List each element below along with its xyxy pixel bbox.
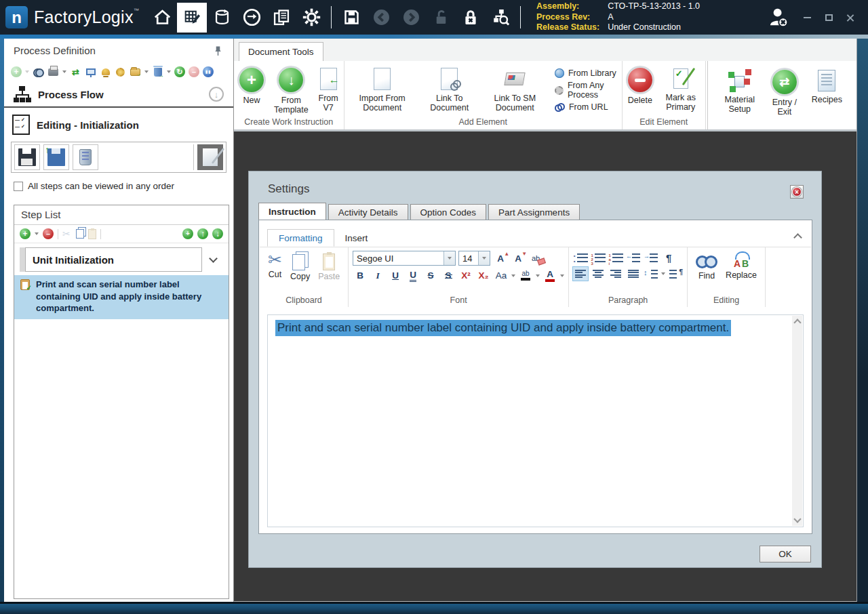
combo-arrow-icon[interactable] <box>478 251 490 265</box>
maximize-button[interactable] <box>819 9 838 26</box>
change-case-button[interactable]: Aa <box>494 268 509 283</box>
print-dropdown-icon[interactable] <box>62 70 66 73</box>
pilcrow-icon[interactable]: ¶ <box>661 251 676 264</box>
shrink-font-button[interactable]: A <box>511 251 526 266</box>
change-case-dropdown-icon[interactable] <box>511 274 515 277</box>
move-up-icon[interactable] <box>197 228 208 239</box>
step-instruction-item[interactable]: Print and scan serial number label conta… <box>14 275 229 319</box>
font-color-button[interactable]: A <box>542 268 557 283</box>
save-step-button[interactable] <box>14 144 40 170</box>
edit-mode-button[interactable] <box>197 144 223 170</box>
cut-button[interactable]: Cut <box>264 250 285 283</box>
replace-button[interactable]: ABReplace <box>722 250 760 282</box>
scroll-up-icon[interactable] <box>793 319 801 326</box>
strikethrough-button[interactable]: S <box>423 268 438 283</box>
process-audit-icon[interactable] <box>486 3 515 33</box>
sync-icon[interactable]: ⇄ <box>70 66 81 78</box>
save-icon[interactable] <box>336 3 366 33</box>
scroll-down-icon[interactable] <box>793 515 801 523</box>
double-strikethrough-button[interactable]: S <box>441 268 456 283</box>
zoom-step-icon[interactable] <box>182 228 193 239</box>
grow-font-button[interactable]: A <box>493 251 508 266</box>
bell-icon[interactable] <box>100 66 111 78</box>
recycle-icon[interactable] <box>152 66 163 78</box>
documents-icon[interactable] <box>267 3 296 33</box>
link-to-document-button[interactable]: Link To Document <box>420 64 479 115</box>
font-family-combo[interactable]: Segoe UI <box>353 251 456 266</box>
tab-part-assignments[interactable]: Part Assignments <box>488 204 580 220</box>
line-spacing-dropdown-icon[interactable] <box>661 272 665 275</box>
process-flow-row[interactable]: Process Flow <box>4 82 233 108</box>
tab-option-codes[interactable]: Option Codes <box>410 204 487 220</box>
entry-exit-button[interactable]: Entry / Exit <box>768 66 802 119</box>
production-database-icon[interactable] <box>207 3 237 33</box>
multilevel-list-icon[interactable]: 1ai <box>608 251 623 264</box>
font-size-combo[interactable]: 14 <box>458 251 490 266</box>
link-to-sm-document-button[interactable]: Link To SM Document <box>479 64 551 115</box>
find-button[interactable]: Find <box>692 250 721 282</box>
recycle-dropdown-icon[interactable] <box>167 70 171 73</box>
superscript-button[interactable]: X² <box>458 268 473 283</box>
align-right-icon[interactable] <box>608 267 623 281</box>
print-icon[interactable] <box>47 66 59 78</box>
align-left-icon[interactable] <box>573 267 588 281</box>
gear-icon[interactable] <box>115 66 126 78</box>
refresh-icon[interactable] <box>174 66 185 77</box>
clear-formatting-button[interactable]: ab <box>528 251 543 266</box>
user-logout-icon[interactable] <box>764 3 793 33</box>
editor-scrollbar[interactable] <box>792 316 802 526</box>
material-setup-button[interactable]: Material Setup <box>719 66 761 116</box>
process-definition-icon[interactable] <box>177 3 207 33</box>
paragraph-settings-icon[interactable] <box>668 267 683 281</box>
italic-button[interactable]: I <box>370 268 385 283</box>
step-name-input[interactable]: Unit Initialization <box>25 247 202 272</box>
export-dropdown-icon[interactable] <box>144 70 149 73</box>
home-icon[interactable] <box>147 3 177 33</box>
pin-icon[interactable] <box>214 45 222 56</box>
subtab-formatting[interactable]: Formatting <box>267 229 334 247</box>
from-any-process-button[interactable]: From Any Process <box>551 79 621 101</box>
copy-button[interactable]: Copy <box>287 250 313 283</box>
collapse-ribbon-icon[interactable] <box>794 234 801 239</box>
mark-as-primary-button[interactable]: Mark as Primary <box>657 64 705 114</box>
align-center-icon[interactable] <box>591 267 606 281</box>
add-step-icon[interactable] <box>20 228 31 239</box>
line-spacing-icon[interactable] <box>644 267 658 281</box>
transfer-icon[interactable] <box>237 3 267 33</box>
font-color-dropdown-icon[interactable] <box>560 274 564 277</box>
import-from-document-button[interactable]: Import From Document <box>345 64 420 115</box>
from-library-button[interactable]: From Library <box>551 67 621 79</box>
remove-step-icon[interactable] <box>43 228 54 239</box>
find-icon[interactable] <box>33 66 44 78</box>
instruction-editor[interactable]: Print and scan serial number label conta… <box>267 314 804 527</box>
underline-button[interactable]: U <box>388 268 403 283</box>
chevron-down-icon[interactable] <box>209 254 218 263</box>
tab-activity-details[interactable]: Activity Details <box>328 204 408 220</box>
decrease-indent-icon[interactable] <box>626 251 641 264</box>
numbered-list-icon[interactable]: 123 <box>591 251 606 264</box>
highlight-dropdown-icon[interactable] <box>536 274 540 277</box>
dialog-close-button[interactable] <box>790 185 804 199</box>
increase-indent-icon[interactable] <box>644 251 658 264</box>
expand-down-icon[interactable] <box>209 87 224 102</box>
close-button[interactable] <box>841 9 860 26</box>
recipes-button[interactable]: Recipes <box>808 66 846 106</box>
combo-arrow-icon[interactable] <box>443 251 455 265</box>
export-icon[interactable] <box>130 66 141 78</box>
highlight-color-button[interactable]: ab <box>518 268 533 283</box>
double-underline-button[interactable]: U <box>406 268 420 283</box>
from-url-button[interactable]: From URL <box>551 101 621 113</box>
copy-icon[interactable] <box>76 229 84 239</box>
move-down-icon[interactable] <box>212 228 223 239</box>
presentation-icon[interactable] <box>85 66 96 78</box>
bullet-list-icon[interactable]: ••• <box>573 251 588 264</box>
order-checkbox[interactable] <box>14 182 23 191</box>
new-button[interactable]: New <box>235 64 269 107</box>
discard-button[interactable] <box>73 144 98 170</box>
from-v7-button[interactable]: From V7 <box>314 64 343 115</box>
tab-document-tools[interactable]: Document Tools <box>239 42 323 61</box>
settings-gear-icon[interactable] <box>296 3 326 33</box>
delete-button[interactable]: Delete <box>623 64 657 107</box>
bold-button[interactable]: B <box>353 268 368 283</box>
from-template-button[interactable]: From Template <box>269 64 314 117</box>
